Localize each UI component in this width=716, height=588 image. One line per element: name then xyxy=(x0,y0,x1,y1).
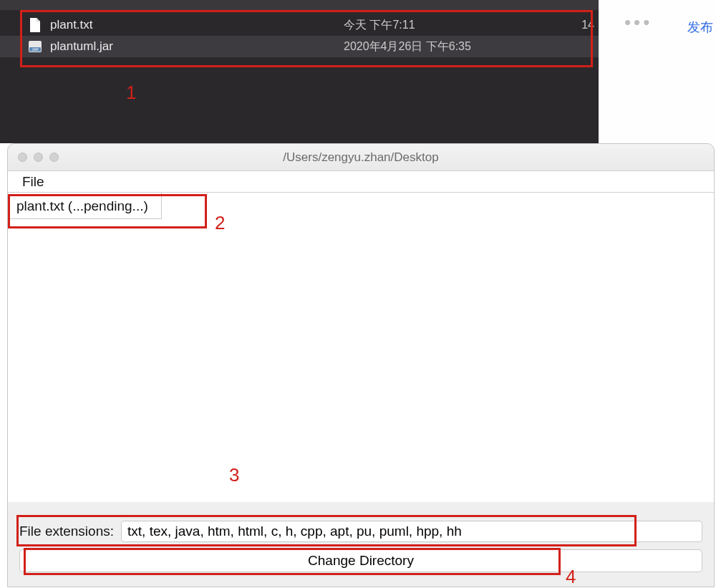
zoom-icon[interactable] xyxy=(49,153,59,162)
more-icon[interactable]: ••• xyxy=(624,19,652,26)
file-date: 2020年4月26日 下午6:35 xyxy=(322,39,508,54)
content-area: plant.txt (...pending...) xyxy=(8,193,714,502)
bottom-bar: File extensions: Change Directory xyxy=(8,509,714,587)
file-row[interactable]: JAR plantuml.jar 2020年4月26日 下午6:35 xyxy=(0,36,599,57)
file-extensions-input[interactable] xyxy=(121,521,702,542)
window-title: /Users/zengyu.zhan/Desktop xyxy=(283,150,438,165)
plantuml-window: /Users/zengyu.zhan/Desktop File plant.tx… xyxy=(7,143,715,587)
change-directory-button[interactable]: Change Directory xyxy=(19,549,702,572)
file-size: 14 xyxy=(508,19,599,32)
file-date: 今天 下午7:11 xyxy=(322,18,508,33)
jar-file-icon: JAR xyxy=(29,39,42,54)
finder-window: plant.txt 今天 下午7:11 14 JAR plantuml.jar … xyxy=(0,0,599,143)
file-extensions-row: File extensions: xyxy=(19,521,702,542)
finder-file-list: plant.txt 今天 下午7:11 14 JAR plantuml.jar … xyxy=(0,10,599,57)
file-tab[interactable]: plant.txt (...pending...) xyxy=(8,193,162,219)
editor-toolbar-right: ••• 发布 xyxy=(599,0,716,143)
menu-bar: File xyxy=(8,171,714,193)
svg-text:JAR: JAR xyxy=(32,47,39,52)
publish-button[interactable]: 发布 xyxy=(687,19,713,36)
file-row[interactable]: plant.txt 今天 下午7:11 14 xyxy=(0,14,599,36)
finder-column-header xyxy=(0,0,599,10)
close-icon[interactable] xyxy=(18,153,27,162)
minimize-icon[interactable] xyxy=(34,153,43,162)
menu-file[interactable]: File xyxy=(15,173,52,191)
file-extensions-label: File extensions: xyxy=(19,524,114,539)
window-traffic-lights xyxy=(8,153,59,162)
window-titlebar[interactable]: /Users/zengyu.zhan/Desktop xyxy=(8,144,714,171)
file-name: plant.txt xyxy=(50,18,322,32)
txt-file-icon xyxy=(29,17,42,33)
file-name: plantuml.jar xyxy=(50,39,322,54)
